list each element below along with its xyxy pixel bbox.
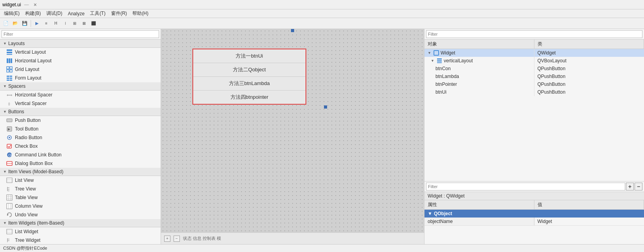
item-views-label: Item Views (Model-Based) [8, 169, 64, 174]
props-plus-btn[interactable]: + [626, 183, 634, 190]
svg-text:⟺: ⟺ [7, 93, 12, 97]
item-list-widget[interactable]: List Widget [0, 227, 161, 236]
tree-row-btnpointer[interactable]: btnPointer QPushButton [424, 80, 644, 88]
plus-minus-btns: + − [626, 183, 642, 190]
menu-window[interactable]: 窗件(R) [109, 9, 130, 18]
canvas-btn-4[interactable]: 方法四btnpointer [193, 91, 306, 104]
tree-expand-widget[interactable]: ▼ [428, 51, 431, 55]
toolbar-btn1[interactable]: ▶ [33, 19, 41, 28]
item-table-view[interactable]: Table View [0, 193, 161, 202]
item-grid-layout[interactable]: Grid Layout [0, 65, 161, 74]
svg-rect-0 [7, 49, 12, 51]
menu-help[interactable]: 帮助(H) [130, 9, 151, 18]
item-command-link[interactable]: OK Command Link Button [0, 150, 161, 159]
toolbar-btn5[interactable]: ⊞ [70, 19, 79, 28]
menu-tools[interactable]: 工具(T) [88, 9, 108, 18]
menu-bar: 编辑(E) 构建(B) 调试(D) Analyze 工具(T) 窗件(R) 帮助… [0, 9, 644, 18]
tree-row-btnui[interactable]: btnUi QPushButton [424, 88, 644, 96]
item-tree-widget[interactable]: Tree Widget [0, 236, 161, 244]
item-widgets-label: Item Widgets (Item-Based) [8, 220, 64, 226]
item-check-box[interactable]: Check Box [0, 142, 161, 150]
props-title: Widget : QWidget [424, 192, 644, 200]
item-radio-button[interactable]: Radio Button [0, 133, 161, 142]
right-top-panel: 对象 类 ▼ Widget QWidget ▼ [424, 29, 644, 181]
vertical-layout-icon [6, 49, 13, 55]
handle-left[interactable] [324, 105, 327, 109]
tree-view-label: Tree View [15, 186, 36, 192]
canvas-minus-btn[interactable]: − [174, 236, 180, 242]
tree-class-btnlambda: QPushButton [534, 73, 644, 80]
svg-rect-55 [434, 51, 439, 55]
props-filter-input[interactable] [426, 183, 625, 190]
item-dialog-button[interactable]: Dialog Button Box [0, 159, 161, 168]
tree-row-btncon[interactable]: btnCon QPushButton [424, 65, 644, 73]
item-undo-view[interactable]: Undo View [0, 210, 161, 219]
props-section-qobject[interactable]: ▼ QObject [424, 210, 644, 218]
title-separator: — [24, 2, 29, 7]
item-horizontal-layout[interactable]: Horizontal Layout [0, 56, 161, 65]
tree-row-vlayout[interactable]: ▼ verticalLayout QVBoxLayout [424, 57, 644, 65]
right-filter-input[interactable] [426, 30, 642, 38]
undo-view-icon [6, 212, 13, 218]
item-form-layout[interactable]: Form Layout [0, 74, 161, 82]
svg-rect-14 [7, 80, 9, 81]
item-v-spacer[interactable]: ⇳ Vertical Spacer [0, 99, 161, 108]
svg-rect-28 [7, 178, 12, 183]
menu-build[interactable]: 构建(B) [23, 9, 43, 18]
section-item-views[interactable]: ▼ Item Views (Model-Based) [0, 168, 161, 176]
item-list-view[interactable]: List View [0, 176, 161, 185]
section-item-widgets[interactable]: ▼ Item Widgets (Item-Based) [0, 219, 161, 227]
canvas-scroll[interactable]: 方法一btnUi 方法二Qobject 方法三btnLambda 方法四btnp… [161, 29, 424, 232]
right-panel: 对象 类 ▼ Widget QWidget ▼ [424, 29, 644, 244]
title-close-btn[interactable]: × [33, 2, 37, 8]
toolbar-save[interactable]: 💾 [20, 19, 29, 28]
props-minus-btn[interactable]: − [635, 183, 642, 190]
props-row-objectname[interactable]: objectName Widget [424, 218, 644, 226]
item-push-button[interactable]: Push Button [0, 116, 161, 125]
qobject-label: QObject [434, 211, 452, 216]
canvas-btn-1[interactable]: 方法一btnUi [193, 49, 306, 63]
tree-row-widget[interactable]: ▼ Widget QWidget [424, 49, 644, 57]
tree-row-btnlambda[interactable]: btnLambda QPushButton [424, 73, 644, 80]
toolbar-btn3[interactable]: H [51, 19, 60, 28]
toolbar-sep-1 [31, 20, 31, 27]
h-spacer-label: Horizontal Spacer [15, 92, 52, 98]
column-view-icon [6, 203, 13, 209]
item-column-view[interactable]: Column View [0, 202, 161, 210]
left-filter-input[interactable] [2, 30, 159, 38]
canvas-status: 状态 信息 控制表 模 [183, 236, 221, 241]
tree-class-vlayout: QVBoxLayout [534, 57, 644, 65]
toolbar-new[interactable]: 📄 [2, 19, 10, 28]
canvas-btn-2[interactable]: 方法二Qobject [193, 63, 306, 77]
item-vertical-layout[interactable]: Vertical Layout [0, 48, 161, 56]
menu-analyze[interactable]: Analyze [66, 10, 87, 17]
svg-text:OK: OK [8, 153, 13, 157]
left-panel-filter-bar [0, 29, 161, 40]
item-h-spacer[interactable]: ⟺ Horizontal Spacer [0, 91, 161, 99]
item-tree-view[interactable]: Tree View [0, 185, 161, 193]
tree-widget-icon [6, 237, 13, 243]
menu-edit[interactable]: 编辑(E) [2, 9, 22, 18]
svg-text:⇳: ⇳ [7, 102, 11, 106]
section-spacers[interactable]: ▼ Spacers [0, 82, 161, 91]
canvas-plus-btn[interactable]: + [164, 236, 170, 242]
item-tool-button[interactable]: ▶ Tool Button [0, 125, 161, 133]
toolbar-btn2[interactable]: ≡ [42, 19, 51, 28]
toolbar-btn4[interactable]: ⁞ [61, 19, 70, 28]
props-col-property: 属性 [424, 200, 534, 209]
toolbar-btn7[interactable]: ⬛ [89, 19, 98, 28]
toolbar-open[interactable]: 📂 [11, 19, 20, 28]
toolbar-btn6[interactable]: ⊠ [80, 19, 88, 28]
section-layouts[interactable]: ▼ Layouts [0, 40, 161, 48]
handle-top[interactable] [291, 29, 294, 32]
props-key-objectname: objectName [424, 218, 534, 225]
push-button-label: Push Button [15, 118, 40, 123]
item-widgets-arrow: ▼ [3, 221, 7, 225]
svg-rect-18 [7, 119, 12, 122]
section-buttons[interactable]: ▼ Buttons [0, 108, 161, 116]
radio-button-icon [6, 134, 13, 141]
canvas-btn-3[interactable]: 方法三btnLambda [193, 77, 306, 91]
menu-debug[interactable]: 调试(D) [44, 9, 65, 18]
tree-expand-vlayout[interactable]: ▼ [431, 59, 434, 63]
tree-obj-btnlambda: btnLambda [435, 74, 459, 79]
